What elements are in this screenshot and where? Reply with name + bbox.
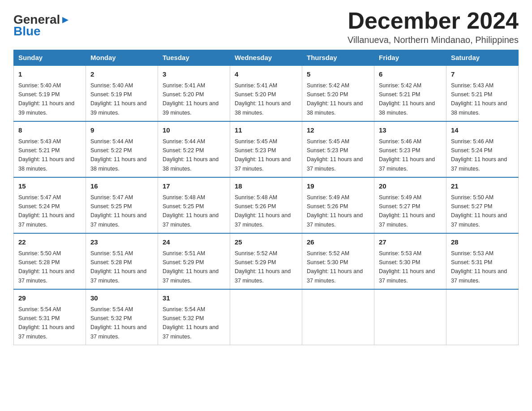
day-number: 30 [90,293,153,304]
table-row: 17Sunrise: 5:48 AMSunset: 5:25 PMDayligh… [158,177,230,233]
day-number: 27 [379,237,442,248]
table-row: 30Sunrise: 5:54 AMSunset: 5:32 PMDayligh… [86,289,158,345]
header-thursday: Thursday [302,50,374,66]
day-info: Sunrise: 5:42 AMSunset: 5:20 PMDaylight:… [307,82,363,116]
table-row [230,289,302,345]
day-info: Sunrise: 5:51 AMSunset: 5:29 PMDaylight:… [163,250,219,284]
table-row: 31Sunrise: 5:54 AMSunset: 5:32 PMDayligh… [158,289,230,345]
calendar-week-row: 1Sunrise: 5:40 AMSunset: 5:19 PMDaylight… [14,65,519,121]
day-number: 6 [379,69,442,80]
day-number: 24 [163,237,225,248]
table-row: 21Sunrise: 5:50 AMSunset: 5:27 PMDayligh… [446,177,519,233]
day-number: 5 [307,69,369,80]
day-number: 23 [90,237,153,248]
table-row: 10Sunrise: 5:44 AMSunset: 5:22 PMDayligh… [158,121,230,177]
day-number: 9 [90,125,153,136]
header-monday: Monday [86,50,158,66]
day-number: 18 [235,181,297,192]
table-row: 9Sunrise: 5:44 AMSunset: 5:22 PMDaylight… [86,121,158,177]
calendar-week-row: 15Sunrise: 5:47 AMSunset: 5:24 PMDayligh… [14,177,519,233]
day-number: 29 [18,293,81,304]
table-row: 7Sunrise: 5:43 AMSunset: 5:21 PMDaylight… [446,65,519,121]
table-row: 15Sunrise: 5:47 AMSunset: 5:24 PMDayligh… [14,177,86,233]
day-number: 16 [90,181,153,192]
logo-blue: Blue [13,24,41,39]
day-info: Sunrise: 5:44 AMSunset: 5:22 PMDaylight:… [163,138,219,172]
header-sunday: Sunday [14,50,86,66]
day-info: Sunrise: 5:53 AMSunset: 5:31 PMDaylight:… [451,250,507,284]
title-block: December 2024 Villanueva, Northern Minda… [348,9,519,45]
day-info: Sunrise: 5:47 AMSunset: 5:25 PMDaylight:… [90,194,146,228]
day-info: Sunrise: 5:46 AMSunset: 5:24 PMDaylight:… [451,138,507,172]
day-number: 3 [163,69,225,80]
day-number: 19 [307,181,369,192]
page-header: General Blue December 2024 Villanueva, N… [13,9,519,45]
table-row: 13Sunrise: 5:46 AMSunset: 5:23 PMDayligh… [374,121,446,177]
table-row [302,289,374,345]
day-info: Sunrise: 5:41 AMSunset: 5:20 PMDaylight:… [163,82,219,116]
table-row: 11Sunrise: 5:45 AMSunset: 5:23 PMDayligh… [230,121,302,177]
calendar-table: Sunday Monday Tuesday Wednesday Thursday… [13,50,519,345]
table-row: 16Sunrise: 5:47 AMSunset: 5:25 PMDayligh… [86,177,158,233]
day-number: 12 [307,125,369,136]
table-row: 5Sunrise: 5:42 AMSunset: 5:20 PMDaylight… [302,65,374,121]
day-info: Sunrise: 5:52 AMSunset: 5:29 PMDaylight:… [235,250,291,284]
day-number: 21 [451,181,514,192]
day-info: Sunrise: 5:48 AMSunset: 5:26 PMDaylight:… [235,194,291,228]
day-info: Sunrise: 5:46 AMSunset: 5:23 PMDaylight:… [379,138,435,172]
day-info: Sunrise: 5:48 AMSunset: 5:25 PMDaylight:… [163,194,219,228]
day-number: 17 [163,181,225,192]
day-number: 1 [18,69,81,80]
logo-triangle-icon [60,15,70,25]
table-row: 18Sunrise: 5:48 AMSunset: 5:26 PMDayligh… [230,177,302,233]
header-friday: Friday [374,50,446,66]
table-row: 14Sunrise: 5:46 AMSunset: 5:24 PMDayligh… [446,121,519,177]
table-row: 6Sunrise: 5:42 AMSunset: 5:21 PMDaylight… [374,65,446,121]
day-info: Sunrise: 5:54 AMSunset: 5:32 PMDaylight:… [163,306,219,340]
day-info: Sunrise: 5:41 AMSunset: 5:20 PMDaylight:… [235,82,291,116]
table-row: 27Sunrise: 5:53 AMSunset: 5:30 PMDayligh… [374,233,446,289]
day-info: Sunrise: 5:44 AMSunset: 5:22 PMDaylight:… [90,138,146,172]
calendar-week-row: 29Sunrise: 5:54 AMSunset: 5:31 PMDayligh… [14,289,519,345]
day-number: 15 [18,181,81,192]
day-info: Sunrise: 5:42 AMSunset: 5:21 PMDaylight:… [379,82,435,116]
day-number: 22 [18,237,81,248]
day-number: 31 [163,293,225,304]
day-number: 7 [451,69,514,80]
header-tuesday: Tuesday [158,50,230,66]
location-subtitle: Villanueva, Northern Mindanao, Philippin… [348,35,519,45]
day-info: Sunrise: 5:52 AMSunset: 5:30 PMDaylight:… [307,250,363,284]
table-row: 20Sunrise: 5:49 AMSunset: 5:27 PMDayligh… [374,177,446,233]
table-row: 23Sunrise: 5:51 AMSunset: 5:28 PMDayligh… [86,233,158,289]
table-row: 19Sunrise: 5:49 AMSunset: 5:26 PMDayligh… [302,177,374,233]
logo: General Blue [13,9,70,39]
day-number: 26 [307,237,369,248]
table-row: 1Sunrise: 5:40 AMSunset: 5:19 PMDaylight… [14,65,86,121]
day-info: Sunrise: 5:53 AMSunset: 5:30 PMDaylight:… [379,250,435,284]
table-row [446,289,519,345]
day-info: Sunrise: 5:43 AMSunset: 5:21 PMDaylight:… [451,82,507,116]
day-info: Sunrise: 5:49 AMSunset: 5:26 PMDaylight:… [307,194,363,228]
svg-marker-0 [62,17,69,23]
day-info: Sunrise: 5:49 AMSunset: 5:27 PMDaylight:… [379,194,435,228]
day-number: 20 [379,181,442,192]
day-number: 25 [235,237,297,248]
day-number: 14 [451,125,514,136]
calendar-week-row: 8Sunrise: 5:43 AMSunset: 5:21 PMDaylight… [14,121,519,177]
month-title: December 2024 [348,9,519,32]
day-info: Sunrise: 5:40 AMSunset: 5:19 PMDaylight:… [18,82,74,116]
table-row: 8Sunrise: 5:43 AMSunset: 5:21 PMDaylight… [14,121,86,177]
day-info: Sunrise: 5:51 AMSunset: 5:28 PMDaylight:… [90,250,146,284]
table-row: 3Sunrise: 5:41 AMSunset: 5:20 PMDaylight… [158,65,230,121]
table-row: 12Sunrise: 5:45 AMSunset: 5:23 PMDayligh… [302,121,374,177]
day-info: Sunrise: 5:50 AMSunset: 5:28 PMDaylight:… [18,250,74,284]
table-row: 29Sunrise: 5:54 AMSunset: 5:31 PMDayligh… [14,289,86,345]
day-number: 11 [235,125,297,136]
day-info: Sunrise: 5:43 AMSunset: 5:21 PMDaylight:… [18,138,74,172]
header-wednesday: Wednesday [230,50,302,66]
table-row: 4Sunrise: 5:41 AMSunset: 5:20 PMDaylight… [230,65,302,121]
table-row [374,289,446,345]
day-info: Sunrise: 5:54 AMSunset: 5:31 PMDaylight:… [18,306,74,340]
table-row: 25Sunrise: 5:52 AMSunset: 5:29 PMDayligh… [230,233,302,289]
day-number: 8 [18,125,81,136]
